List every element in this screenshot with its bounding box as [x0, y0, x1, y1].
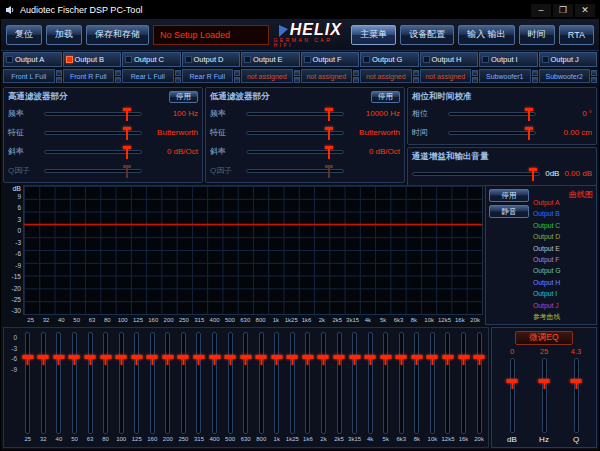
curve-bypass-button[interactable]: 停用: [489, 189, 529, 202]
channel-name-button[interactable]: not assigned: [301, 69, 353, 83]
channel-mini-bottom-button[interactable]: [472, 77, 478, 83]
channel-name-button[interactable]: Front R Full: [63, 69, 115, 83]
eq-band-slider[interactable]: [352, 332, 357, 434]
rta-button[interactable]: RTA: [559, 25, 594, 45]
channel-mini-bottom-button[interactable]: [294, 77, 300, 83]
eq-band-slider[interactable]: [150, 332, 155, 434]
eq-band-handle[interactable]: [178, 355, 189, 359]
legend-item[interactable]: Output B: [533, 211, 593, 218]
eq-band-slider[interactable]: [243, 332, 248, 434]
slider-track[interactable]: [448, 131, 536, 135]
eq-band-handle[interactable]: [100, 355, 111, 359]
eq-band-slider[interactable]: [461, 332, 466, 434]
eq-band-slider[interactable]: [305, 332, 310, 434]
eq-band-handle[interactable]: [271, 355, 282, 359]
slider-track[interactable]: [246, 131, 344, 135]
fine-eq-handle[interactable]: [539, 379, 550, 383]
channel-mini-top-button[interactable]: [532, 70, 538, 76]
channel-mini-bottom-button[interactable]: [115, 77, 121, 83]
eq-band-handle[interactable]: [256, 355, 267, 359]
tab-output-a[interactable]: Output A: [3, 52, 62, 67]
eq-band-handle[interactable]: [349, 355, 360, 359]
fine-eq-handle[interactable]: [507, 379, 518, 383]
legend-item[interactable]: Output C: [533, 223, 593, 230]
channel-name-button[interactable]: Subwoofer2: [539, 69, 591, 83]
load-button[interactable]: 加载: [46, 25, 82, 45]
eq-band-slider[interactable]: [41, 332, 46, 434]
tab-output-j[interactable]: Output J: [539, 52, 598, 67]
eq-band-handle[interactable]: [53, 355, 64, 359]
slider-handle[interactable]: [325, 127, 333, 140]
eq-band-handle[interactable]: [147, 355, 158, 359]
fine-eq-button[interactable]: 微调EQ: [515, 331, 573, 345]
eq-band-slider[interactable]: [399, 332, 404, 434]
slider-track[interactable]: [246, 150, 344, 154]
channel-mini-top-button[interactable]: [591, 70, 597, 76]
channel-name-button[interactable]: Rear R Full: [182, 69, 234, 83]
legend-item[interactable]: Output D: [533, 234, 593, 241]
channel-name-button[interactable]: not assigned: [241, 69, 293, 83]
eq-band-slider[interactable]: [56, 332, 61, 434]
eq-band-handle[interactable]: [116, 355, 127, 359]
save-store-button[interactable]: 保存和存储: [86, 25, 149, 45]
lowpass-bypass-button[interactable]: 停用: [371, 91, 400, 103]
eq-band-slider[interactable]: [134, 332, 139, 434]
channel-mini-bottom-button[interactable]: [591, 77, 597, 83]
channel-mini-bottom-button[interactable]: [56, 77, 62, 83]
channel-mini-bottom-button[interactable]: [353, 77, 359, 83]
eq-band-slider[interactable]: [88, 332, 93, 434]
channel-mini-top-button[interactable]: [353, 70, 359, 76]
eq-band-handle[interactable]: [287, 355, 298, 359]
eq-band-slider[interactable]: [383, 332, 388, 434]
legend-item[interactable]: 参考曲线: [533, 314, 593, 321]
device-config-button[interactable]: 设备配置: [400, 25, 454, 45]
slider-handle[interactable]: [525, 127, 533, 140]
eq-band-slider[interactable]: [430, 332, 435, 434]
eq-band-handle[interactable]: [225, 355, 236, 359]
channel-name-button[interactable]: Subwoofer1: [479, 69, 531, 83]
eq-band-slider[interactable]: [228, 332, 233, 434]
eq-band-handle[interactable]: [302, 355, 313, 359]
eq-band-handle[interactable]: [193, 355, 204, 359]
eq-band-slider[interactable]: [414, 332, 419, 434]
slider-handle[interactable]: [325, 108, 333, 121]
channel-name-button[interactable]: not assigned: [420, 69, 472, 83]
channel-mini-top-button[interactable]: [472, 70, 478, 76]
input-output-button[interactable]: 输入 输出: [458, 25, 515, 45]
channel-mini-top-button[interactable]: [115, 70, 121, 76]
eq-band-slider[interactable]: [477, 332, 482, 434]
slider-track[interactable]: [246, 169, 344, 173]
legend-item[interactable]: Output F: [533, 257, 593, 264]
eq-band-handle[interactable]: [209, 355, 220, 359]
eq-band-handle[interactable]: [458, 355, 469, 359]
eq-band-handle[interactable]: [474, 355, 485, 359]
legend-item[interactable]: Output I: [533, 291, 593, 298]
channel-mini-top-button[interactable]: [294, 70, 300, 76]
eq-band-slider[interactable]: [321, 332, 326, 434]
channel-mini-bottom-button[interactable]: [413, 77, 419, 83]
eq-band-slider[interactable]: [103, 332, 108, 434]
fine-eq-slider[interactable]: [510, 358, 515, 433]
eq-band-slider[interactable]: [119, 332, 124, 434]
eq-band-handle[interactable]: [131, 355, 142, 359]
eq-band-handle[interactable]: [334, 355, 345, 359]
channel-mini-top-button[interactable]: [234, 70, 240, 76]
eq-band-handle[interactable]: [240, 355, 251, 359]
tab-output-d[interactable]: Output D: [182, 52, 241, 67]
channel-mini-top-button[interactable]: [413, 70, 419, 76]
eq-band-handle[interactable]: [442, 355, 453, 359]
slider-track[interactable]: [44, 169, 142, 173]
slider-track[interactable]: [448, 112, 536, 116]
channel-mini-bottom-button[interactable]: [175, 77, 181, 83]
highpass-bypass-button[interactable]: 停用: [169, 91, 198, 103]
tab-output-i[interactable]: Output I: [479, 52, 538, 67]
eq-band-handle[interactable]: [427, 355, 438, 359]
tab-output-f[interactable]: Output F: [301, 52, 360, 67]
close-button[interactable]: ✕: [575, 4, 595, 17]
tab-output-g[interactable]: Output G: [360, 52, 419, 67]
eq-band-slider[interactable]: [196, 332, 201, 434]
slider-handle[interactable]: [123, 108, 131, 121]
slider-handle[interactable]: [123, 165, 131, 178]
eq-band-slider[interactable]: [212, 332, 217, 434]
eq-band-slider[interactable]: [445, 332, 450, 434]
